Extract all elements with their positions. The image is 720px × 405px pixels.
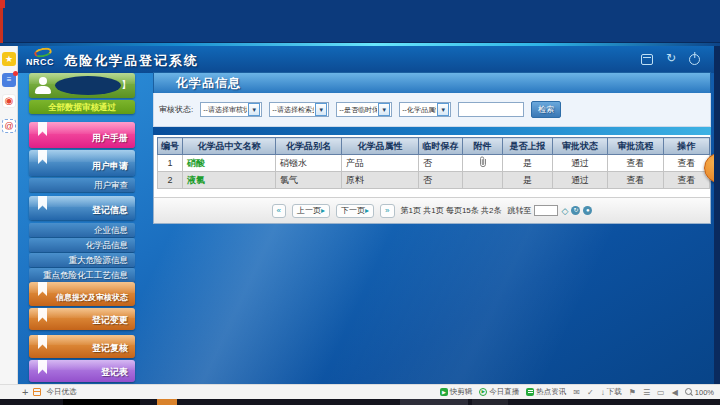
pagination-info: 第1页 共1页 每页15条 共2条 xyxy=(401,205,502,216)
bookmark-ribbon-icon xyxy=(38,196,47,210)
refresh-icon[interactable]: ↻ xyxy=(571,206,580,215)
view-flow-link[interactable]: 查看 xyxy=(627,175,645,185)
browser-status-bar: + 今日优选 ▶快剪辑 ▶今日直播 热点资讯 ✉ ✓ ↓下载 ⚑ ☰ ▭ ◀ 1… xyxy=(0,384,720,399)
jump-go-icon[interactable]: ◇ xyxy=(561,206,568,216)
status-bar-left: + 今日优选 xyxy=(0,387,76,397)
speaker-icon[interactable]: ◀ xyxy=(672,388,678,397)
status-bar-right: ▶快剪辑 ▶今日直播 热点资讯 ✉ ✓ ↓下载 ⚑ ☰ ▭ ◀ 100% xyxy=(440,387,720,397)
gradient-divider xyxy=(153,127,711,135)
select-audit-status[interactable]: --请选择审核状态-- ▼ xyxy=(200,102,262,117)
prev-page-button[interactable]: 上一页▸ xyxy=(292,204,330,218)
sidebar-item-registration-form[interactable]: 登记表 xyxy=(29,360,135,382)
taskbar-app-indicator xyxy=(157,399,177,405)
jump-to-page: 跳转至 ◇ ↻ ● xyxy=(507,205,592,216)
app-header-bar: NRCC 危险化学品登记系统 ↻ xyxy=(18,46,714,73)
gift-icon xyxy=(33,388,41,396)
main-panel: 化学品信息 审核状态: --请选择审核状态-- ▼ --请选择检索类型-- ▼ … xyxy=(153,72,711,224)
play-icon: ▶ xyxy=(440,388,448,396)
last-page-button[interactable]: » xyxy=(380,204,394,218)
today-picks-link[interactable]: 今日优选 xyxy=(46,387,76,397)
browser-title-band xyxy=(0,0,720,43)
sidebar-item-registration-recheck[interactable]: 登记复核 xyxy=(29,335,135,358)
table-row: 1 硝酸 硝镪水 产品 否 是 通过 查看 查看 xyxy=(158,155,710,172)
next-page-button[interactable]: 下一页▸ xyxy=(336,204,374,218)
view-action-link[interactable]: 查看 xyxy=(678,158,696,168)
audit-status-button[interactable]: 全部数据审核通过 xyxy=(29,100,135,114)
sidebar-item-user-apply[interactable]: 用户申请 xyxy=(29,150,135,176)
refresh-icon[interactable]: ↻ xyxy=(664,51,678,65)
nrcc-logo: NRCC xyxy=(26,48,60,71)
panel-title: 化学品信息 xyxy=(153,72,711,93)
weibo-icon[interactable]: ◉ xyxy=(2,94,16,108)
hot-news-button[interactable]: 热点资讯 xyxy=(526,387,566,397)
bookmark-ribbon-icon xyxy=(38,122,47,136)
bookmark-ribbon-icon xyxy=(38,335,47,349)
arrow-icon: ▸ xyxy=(321,206,325,215)
attachment-paperclip-icon[interactable] xyxy=(479,156,487,168)
chemical-name-link[interactable]: 液氯 xyxy=(187,175,205,185)
search-button[interactable]: 检索 xyxy=(531,101,561,118)
bookmark-ribbon-icon xyxy=(38,360,47,374)
filter-label: 审核状态: xyxy=(159,104,193,115)
pagination-bar: « 上一页▸ 下一页▸ » 第1页 共1页 每页15条 共2条 跳转至 ◇ ↻ … xyxy=(154,197,710,223)
header-action-icons: ↻ xyxy=(641,51,700,65)
chevron-down-icon: ▼ xyxy=(378,103,390,116)
table-row: 2 液氯 氯气 原料 否 是 通过 查看 查看 xyxy=(158,172,710,189)
today-live-button[interactable]: ▶今日直播 xyxy=(479,387,519,397)
favorites-star-icon[interactable]: ★ xyxy=(2,52,16,66)
check-icon[interactable]: ✓ xyxy=(587,388,594,397)
search-input[interactable] xyxy=(458,102,524,117)
arrow-icon: ▸ xyxy=(365,206,369,215)
sidebar-item-user-review[interactable]: 用户审查 xyxy=(29,178,135,192)
jump-page-input[interactable] xyxy=(534,205,558,216)
menu-icon[interactable]: ☰ xyxy=(643,388,650,397)
news-list-icon xyxy=(526,388,534,396)
power-icon[interactable] xyxy=(689,54,700,65)
edge-marker xyxy=(0,8,3,45)
chemical-name-link[interactable]: 硝酸 xyxy=(187,158,205,168)
web-page: NRCC 危险化学品登记系统 ↻ 】 全部数据审核通过 用户手册 xyxy=(18,46,714,384)
taskbar-sliver xyxy=(0,399,720,405)
news-feed-icon[interactable]: ≡ xyxy=(2,73,16,87)
view-flow-link[interactable]: 查看 xyxy=(627,158,645,168)
chevron-down-icon: ▼ xyxy=(437,103,449,116)
select-search-type[interactable]: --请选择检索类型-- ▼ xyxy=(269,102,329,117)
sidebar-item-major-hazard-info[interactable]: 重大危险源信息 xyxy=(29,253,135,267)
chemical-table: 编号 化学品中文名称 化学品别名 化学品属性 临时保存 附件 是否上报 审批状态… xyxy=(157,137,710,189)
page-right-edge xyxy=(714,46,720,384)
view-action-link[interactable]: 查看 xyxy=(678,175,696,185)
corner-marker xyxy=(0,0,5,8)
sidebar-item-registration-info[interactable]: 登记信息 xyxy=(29,196,135,220)
magnifier-icon xyxy=(685,388,693,396)
first-page-button[interactable]: « xyxy=(272,204,286,218)
table-area: 编号 化学品中文名称 化学品别名 化学品属性 临时保存 附件 是否上报 审批状态… xyxy=(153,135,711,224)
window-icon[interactable] xyxy=(641,54,653,65)
zoom-control[interactable]: 100% xyxy=(685,388,714,397)
mail-at-icon[interactable]: @ xyxy=(2,119,16,133)
settings-icon[interactable]: ● xyxy=(583,206,592,215)
logo-text: NRCC xyxy=(26,57,54,67)
select-chemical-property[interactable]: --化学品属性-- ▼ xyxy=(399,102,451,117)
select-temp-saved[interactable]: --是否临时保存-- ▼ xyxy=(336,102,392,117)
message-icon[interactable]: ✉ xyxy=(573,388,580,397)
sidebar-item-chemical-info[interactable]: 化学品信息 xyxy=(29,238,135,252)
sidebar-item-enterprise-info[interactable]: 企业信息 xyxy=(29,223,135,237)
quick-clip-button[interactable]: ▶快剪辑 xyxy=(440,387,473,397)
app-title: 危险化学品登记系统 xyxy=(64,52,199,70)
browser-side-strip: ★ ≡ ◉ @ xyxy=(0,46,18,384)
sidebar-item-registration-change[interactable]: 登记变更 xyxy=(29,308,135,330)
add-button[interactable]: + xyxy=(22,387,28,397)
sidebar-item-user-manual[interactable]: 用户手册 xyxy=(29,122,135,148)
table-header-row: 编号 化学品中文名称 化学品别名 化学品属性 临时保存 附件 是否上报 审批状态… xyxy=(158,138,710,155)
filter-bar: 审核状态: --请选择审核状态-- ▼ --请选择检索类型-- ▼ --是否临时… xyxy=(153,93,711,127)
flag-icon[interactable]: ⚑ xyxy=(629,388,636,397)
download-button[interactable]: ↓下载 xyxy=(601,387,622,397)
chevron-down-icon: ▼ xyxy=(315,103,327,116)
sidebar-item-key-process-info[interactable]: 重点危险化工工艺信息 xyxy=(29,268,135,282)
bookmark-ribbon-icon xyxy=(38,150,47,164)
user-info-box[interactable]: 】 xyxy=(29,73,135,98)
sidebar-item-submit-audit-status[interactable]: 信息提交及审核状态 xyxy=(29,282,135,306)
window-restore-icon[interactable]: ▭ xyxy=(657,388,665,397)
download-arrow-icon: ↓ xyxy=(601,388,605,397)
chevron-down-icon: ▼ xyxy=(248,103,260,116)
